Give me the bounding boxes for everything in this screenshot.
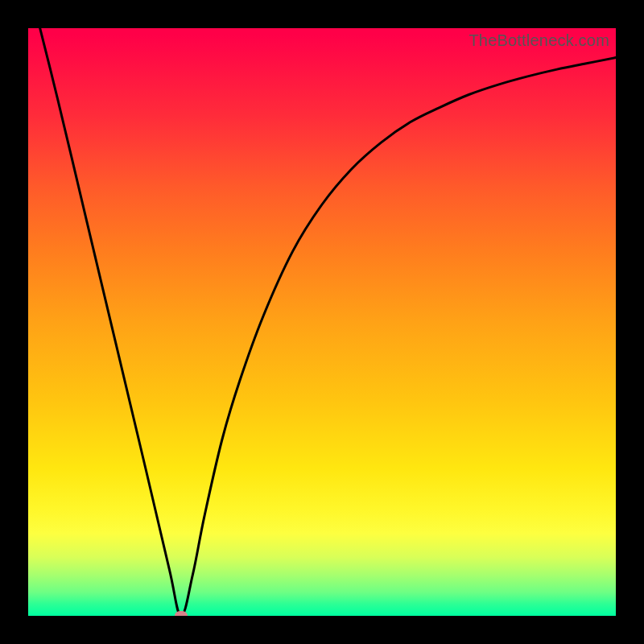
curve-svg bbox=[28, 28, 616, 616]
plot-area: TheBottleneck.com bbox=[28, 28, 616, 616]
bottleneck-curve-path bbox=[28, 28, 616, 616]
chart-frame: TheBottleneck.com bbox=[0, 0, 644, 644]
minimum-marker bbox=[175, 611, 188, 616]
